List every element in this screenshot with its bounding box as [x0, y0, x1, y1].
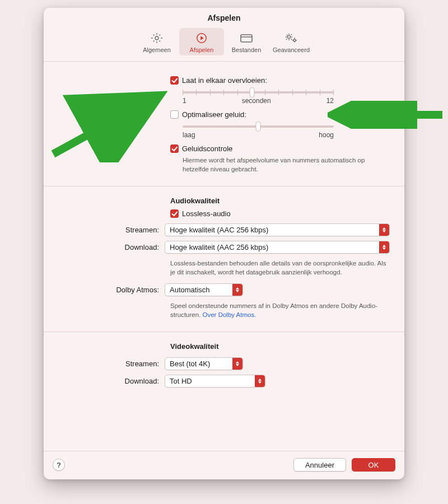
audio-stream-label: Streamen: — [58, 226, 165, 234]
tab-label: Geavanceerd — [270, 46, 312, 53]
svg-point-4 — [293, 39, 296, 41]
svg-rect-2 — [241, 35, 252, 42]
gear-icon — [136, 31, 178, 45]
window-title: Afspelen — [44, 8, 404, 25]
enhancer-low: laag — [183, 131, 195, 139]
audio-download-select[interactable]: Hoge kwaliteit (AAC 256 kbps) — [165, 241, 390, 254]
tab-general[interactable]: Algemeen — [134, 28, 179, 55]
audio-download-label: Download: — [58, 243, 165, 251]
dolby-desc: Speel ondersteunde nummers af in Dolby A… — [170, 302, 390, 319]
select-value: Tot HD — [170, 377, 192, 385]
tab-advanced[interactable]: Geavanceerd — [269, 28, 314, 55]
dolby-select[interactable]: Automatisch — [165, 283, 243, 296]
crossfade-min: 1 — [183, 97, 186, 105]
chevron-updown-icon — [379, 241, 389, 253]
audio-quality-heading: Audiokwaliteit — [170, 197, 390, 205]
chevron-updown-icon — [232, 284, 242, 296]
select-value: Hoge kwaliteit (AAC 256 kbps) — [170, 226, 268, 234]
sound-enhancer-slider[interactable]: laag hoog — [183, 125, 334, 139]
select-value: Hoge kwaliteit (AAC 256 kbps) — [170, 243, 268, 251]
ok-button[interactable]: OK — [352, 458, 395, 472]
play-circle-icon — [180, 31, 223, 45]
lossless-label: Lossless-audio — [182, 209, 231, 218]
sound-enhancer-checkbox[interactable] — [170, 110, 179, 119]
select-value: Automatisch — [170, 286, 210, 294]
crossfade-unit: seconden — [242, 97, 271, 105]
help-button[interactable]: ? — [53, 459, 65, 471]
svg-point-0 — [155, 36, 158, 40]
tab-label: Afspelen — [180, 46, 223, 53]
slider-thumb[interactable] — [256, 122, 261, 132]
chevron-updown-icon — [232, 358, 242, 370]
video-download-label: Download: — [58, 377, 165, 385]
tab-label: Algemeen — [136, 46, 178, 53]
gears-icon — [270, 31, 312, 45]
tab-label: Bestanden — [225, 46, 268, 53]
video-download-select[interactable]: Tot HD — [165, 375, 265, 388]
video-stream-label: Streamen: — [58, 360, 165, 368]
tab-files[interactable]: Bestanden — [224, 28, 269, 55]
crossfade-slider[interactable]: 1 seconden 12 — [183, 91, 334, 105]
cancel-button[interactable]: Annuleer — [293, 458, 346, 472]
preferences-window: Afspelen Algemeen Afspelen — [44, 8, 404, 479]
crossfade-max: 12 — [326, 97, 334, 105]
sound-enhancer-label: Optimaliseer geluid: — [182, 110, 246, 119]
tab-bar: Algemeen Afspelen Bestanden — [44, 25, 404, 62]
tab-playback[interactable]: Afspelen — [179, 28, 224, 55]
chevron-updown-icon — [379, 224, 389, 236]
crossfade-checkbox[interactable] — [170, 76, 179, 85]
divider — [44, 332, 404, 332]
dolby-learn-more-link[interactable]: Over Dolby Atmos. — [203, 311, 256, 318]
select-value: Best (tot 4K) — [170, 360, 210, 368]
dolby-label: Dolby Atmos: — [58, 286, 165, 294]
soundcheck-desc: Hiermee wordt het afspeelvolume van numm… — [183, 156, 390, 174]
folder-icon — [225, 31, 268, 45]
chevron-updown-icon — [255, 375, 265, 387]
video-quality-heading: Videokwaliteit — [170, 342, 390, 351]
footer: ? Annuleer OK — [44, 451, 404, 479]
audio-stream-select[interactable]: Hoge kwaliteit (AAC 256 kbps) — [165, 223, 390, 236]
crossfade-label: Laat in elkaar overvloeien: — [182, 76, 267, 85]
content-area: Laat in elkaar overvloeien: 1 seconden 1… — [44, 62, 404, 451]
soundcheck-checkbox[interactable] — [170, 144, 179, 153]
video-stream-select[interactable]: Best (tot 4K) — [165, 357, 243, 370]
lossless-checkbox[interactable] — [170, 209, 179, 218]
svg-point-3 — [287, 35, 290, 38]
slider-thumb[interactable] — [250, 87, 255, 97]
soundcheck-label: Geluidscontrole — [182, 144, 232, 153]
lossless-desc: Lossless-bestanden behouden alle details… — [170, 259, 390, 277]
divider — [44, 186, 404, 186]
enhancer-high: hoog — [319, 131, 334, 139]
